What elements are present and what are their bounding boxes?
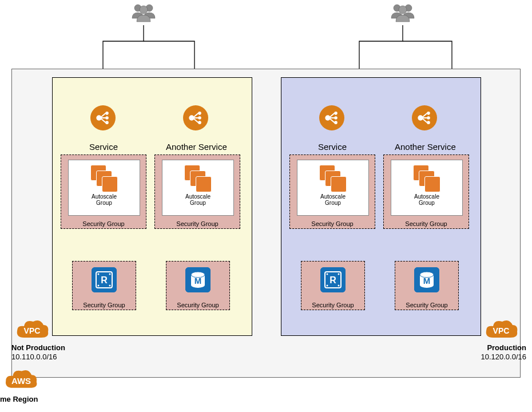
svg-point-14 (189, 115, 194, 120)
vpc-name: Not Production (11, 343, 65, 352)
database-icon: M (414, 267, 439, 292)
svg-text:M: M (423, 276, 431, 286)
ec2-instances-icon (184, 165, 212, 192)
svg-text:R: R (101, 275, 108, 285)
svg-point-17 (198, 121, 201, 124)
asg-label: Autoscale (414, 193, 439, 200)
security-group: AutoscaleGroup Security Group (383, 154, 469, 229)
elb-icon (412, 105, 437, 130)
sg-label: Security Group (395, 302, 458, 308)
svg-point-11 (105, 112, 109, 115)
autoscale-group: AutoscaleGroup (162, 160, 234, 216)
svg-point-32 (334, 121, 338, 124)
vpc-cloud-icon: VPC (14, 318, 50, 342)
vpc-cidr: 10.110.0.0/16 (11, 352, 57, 361)
sg-label: Security Group (61, 220, 146, 227)
autoscale-group: AutoscaleGroup (68, 160, 140, 216)
vpc-badge: VPC (493, 326, 510, 335)
asg-label: Group (190, 200, 206, 206)
svg-point-16 (198, 116, 201, 120)
security-group: AutoscaleGroup Security Group (154, 154, 240, 229)
aws-badge: AWS (11, 376, 31, 386)
asg-label: Group (419, 200, 435, 206)
sg-label: Security Group (155, 220, 240, 227)
svg-point-41 (327, 285, 328, 287)
elb-icon (319, 105, 344, 130)
vpc-badge: VPC (24, 326, 41, 335)
vpc-not-production: Service Another Service AutoscaleGroup S… (52, 77, 252, 336)
svg-point-10 (96, 115, 101, 120)
region-label: me Region (0, 395, 38, 404)
security-group: R Security Group (301, 261, 365, 310)
svg-point-13 (105, 121, 109, 124)
sg-label: Security Group (290, 220, 375, 227)
vpc-label: Not Production 10.110.0.0/16 (11, 343, 65, 361)
service-title: Service (89, 142, 118, 152)
asg-label: Autoscale (320, 193, 346, 200)
svg-point-42 (338, 285, 340, 287)
autoscale-group: AutoscaleGroup (297, 160, 369, 216)
security-group: R Security Group (72, 261, 136, 310)
service-title: Service (318, 142, 347, 152)
svg-point-36 (427, 121, 430, 124)
svg-point-29 (325, 115, 330, 120)
svg-point-31 (334, 116, 338, 120)
autoscale-group: AutoscaleGroup (391, 160, 463, 216)
svg-point-33 (418, 115, 423, 120)
svg-text:R: R (329, 275, 336, 285)
svg-point-15 (198, 112, 201, 115)
asg-label: Group (325, 200, 341, 206)
region-name: me Region (0, 395, 38, 403)
vpc-name: Production (487, 343, 526, 352)
region-box: Service Another Service AutoscaleGroup S… (11, 69, 521, 378)
security-group: M Security Group (395, 261, 459, 310)
svg-text:M: M (194, 276, 202, 286)
svg-point-21 (109, 274, 111, 275)
vpc-cloud-icon: VPC (483, 318, 519, 342)
svg-point-23 (109, 285, 111, 287)
ec2-instances-icon (319, 165, 347, 192)
security-group: M Security Group (166, 261, 230, 310)
service-title: Another Service (395, 142, 456, 152)
svg-point-40 (338, 274, 340, 275)
cache-icon: R (92, 267, 117, 292)
svg-point-22 (98, 285, 100, 287)
svg-point-39 (327, 274, 328, 275)
ec2-instances-icon (90, 165, 118, 192)
svg-point-35 (427, 116, 430, 120)
asg-label: Autoscale (92, 193, 117, 200)
database-icon: M (185, 267, 211, 292)
security-group: AutoscaleGroup Security Group (61, 154, 146, 229)
svg-point-20 (98, 274, 100, 275)
ec2-instances-icon (413, 165, 440, 192)
svg-point-30 (334, 112, 338, 115)
service-title: Another Service (166, 142, 227, 152)
security-group: AutoscaleGroup Security Group (289, 154, 375, 229)
svg-point-34 (427, 112, 430, 115)
sg-label: Security Group (384, 220, 469, 227)
vpc-label: Production 10.120.0.0/16 (469, 343, 526, 361)
elb-icon (90, 105, 116, 130)
svg-point-12 (105, 116, 109, 120)
aws-cloud-icon: AWS (0, 366, 42, 394)
vpc-cidr: 10.120.0.0/16 (481, 352, 526, 361)
asg-label: Group (96, 200, 112, 206)
sg-label: Security Group (73, 302, 136, 308)
sg-label: Security Group (166, 302, 229, 308)
elb-icon (183, 105, 208, 130)
asg-label: Autoscale (185, 193, 211, 200)
sg-label: Security Group (301, 302, 364, 308)
vpc-production: Service Another Service AutoscaleGroup S… (281, 77, 481, 336)
cache-icon: R (320, 267, 346, 292)
